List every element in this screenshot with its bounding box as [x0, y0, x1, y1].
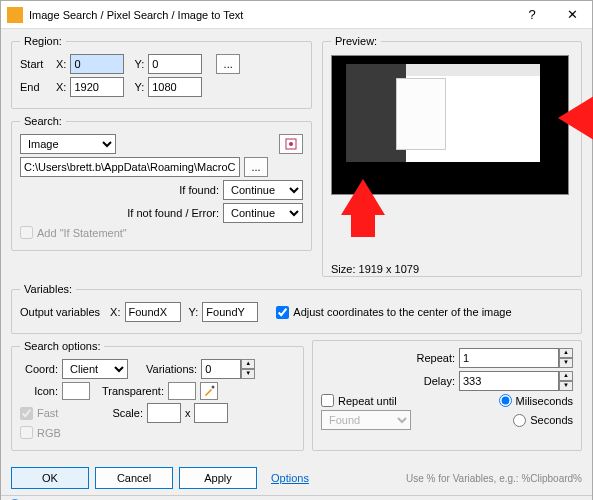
- fast-checkbox: [20, 407, 33, 420]
- file-capture-button[interactable]: [279, 134, 303, 154]
- capture-icon: [285, 138, 297, 150]
- sec-radio[interactable]: [513, 414, 526, 427]
- if-not-found-select[interactable]: Continue: [223, 203, 303, 223]
- preview-legend: Preview:: [331, 35, 381, 47]
- icon-label: Icon:: [20, 385, 58, 397]
- found-y-input[interactable]: [202, 302, 258, 322]
- repeat-label: Repeat:: [416, 352, 455, 364]
- output-vars-label: Output variables: [20, 306, 100, 318]
- options-link[interactable]: Options: [271, 472, 309, 484]
- cancel-button[interactable]: Cancel: [95, 467, 173, 489]
- end-label: End: [20, 81, 52, 93]
- repeat-up[interactable]: ▲: [559, 348, 573, 358]
- x-label-2: X:: [56, 81, 66, 93]
- eyedropper-button[interactable]: [200, 382, 218, 400]
- add-if-checkbox: [20, 226, 33, 239]
- footer-hint: Use % for Variables, e.g.: %Clipboard%: [406, 473, 582, 484]
- var-y-label: Y:: [189, 306, 199, 318]
- apply-button[interactable]: Apply: [179, 467, 257, 489]
- transparent-swatch[interactable]: [168, 382, 196, 400]
- search-legend: Search:: [20, 115, 66, 127]
- end-x-input[interactable]: [70, 77, 124, 97]
- end-y-input[interactable]: [148, 77, 202, 97]
- if-found-label: If found:: [179, 184, 219, 196]
- coord-select[interactable]: Client: [62, 359, 128, 379]
- adjust-center-checkbox[interactable]: [276, 306, 289, 319]
- region-group: Region: Start X: Y: ... End X: Y:: [11, 35, 312, 109]
- dialog-window: Image Search / Pixel Search / Image to T…: [0, 0, 593, 500]
- variables-group: Variables: Output variables X: Y: Adjust…: [11, 283, 582, 334]
- repeat-until-label: Repeat until: [338, 395, 397, 407]
- variations-input[interactable]: [201, 359, 241, 379]
- scale-x-label: x: [185, 407, 191, 419]
- if-not-found-label: If not found / Error:: [127, 207, 219, 219]
- search-options-group: Search options: Coord: Client Variations…: [11, 340, 304, 451]
- region-picker-button[interactable]: ...: [216, 54, 240, 74]
- window-title: Image Search / Pixel Search / Image to T…: [29, 9, 512, 21]
- start-label: Start: [20, 58, 52, 70]
- variables-legend: Variables:: [20, 283, 76, 295]
- repeat-until-select: Found: [321, 410, 411, 430]
- close-button[interactable]: ✕: [552, 1, 592, 29]
- x-label: X:: [56, 58, 66, 70]
- icon-swatch[interactable]: [62, 382, 90, 400]
- svg-point-2: [211, 386, 214, 389]
- start-x-input[interactable]: [70, 54, 124, 74]
- var-x-label: X:: [110, 306, 120, 318]
- add-if-label: Add "If Statement": [37, 227, 127, 239]
- transparent-label: Transparent:: [102, 385, 164, 397]
- delay-label: Delay:: [424, 375, 455, 387]
- delay-up[interactable]: ▲: [559, 371, 573, 381]
- y-label-2: Y:: [134, 81, 144, 93]
- repeat-until-checkbox[interactable]: [321, 394, 334, 407]
- scale-label: Scale:: [112, 407, 143, 419]
- delay-input[interactable]: [459, 371, 559, 391]
- search-options-legend: Search options:: [20, 340, 104, 352]
- sec-label: Seconds: [530, 414, 573, 426]
- search-type-select[interactable]: Image: [20, 134, 116, 154]
- app-icon: [7, 7, 23, 23]
- preview-group: Preview: Size: 1919 x 1079: [322, 35, 582, 277]
- scale-w-input[interactable]: [147, 403, 181, 423]
- preview-image: [331, 55, 569, 195]
- coord-label: Coord:: [20, 363, 58, 375]
- fast-label: Fast: [37, 407, 58, 419]
- scale-h-input[interactable]: [194, 403, 228, 423]
- delay-down[interactable]: ▼: [559, 381, 573, 391]
- if-found-select[interactable]: Continue: [223, 180, 303, 200]
- found-x-input[interactable]: [125, 302, 181, 322]
- image-path-input[interactable]: [20, 157, 240, 177]
- adjust-center-label: Adjust coordinates to the center of the …: [293, 306, 511, 318]
- help-button[interactable]: ?: [512, 1, 552, 29]
- ok-button[interactable]: OK: [11, 467, 89, 489]
- start-y-input[interactable]: [148, 54, 202, 74]
- region-legend: Region:: [20, 35, 66, 47]
- ms-radio[interactable]: [499, 394, 512, 407]
- y-label: Y:: [134, 58, 144, 70]
- footer: OK Cancel Apply Options Use % for Variab…: [1, 461, 592, 495]
- repeat-group: Repeat: ▲▼ Delay: ▲▼ Repeat until Milise…: [312, 340, 582, 451]
- ms-label: Miliseconds: [516, 395, 573, 407]
- svg-point-1: [289, 142, 293, 146]
- status-bar: ? Searches a region of the screen for an…: [1, 495, 592, 500]
- preview-size-label: Size: 1919 x 1079: [331, 263, 573, 275]
- variations-label: Variations:: [146, 363, 197, 375]
- titlebar: Image Search / Pixel Search / Image to T…: [1, 1, 592, 29]
- repeat-down[interactable]: ▼: [559, 358, 573, 368]
- variations-up[interactable]: ▲: [241, 359, 255, 369]
- rgb-label: RGB: [37, 427, 61, 439]
- variations-down[interactable]: ▼: [241, 369, 255, 379]
- browse-button[interactable]: ...: [244, 157, 268, 177]
- repeat-input[interactable]: [459, 348, 559, 368]
- search-group: Search: Image ...: [11, 115, 312, 251]
- rgb-checkbox: [20, 426, 33, 439]
- annotation-arrow-up: [341, 179, 385, 215]
- eyedropper-icon: [203, 385, 215, 397]
- annotation-arrow-right: [558, 96, 593, 140]
